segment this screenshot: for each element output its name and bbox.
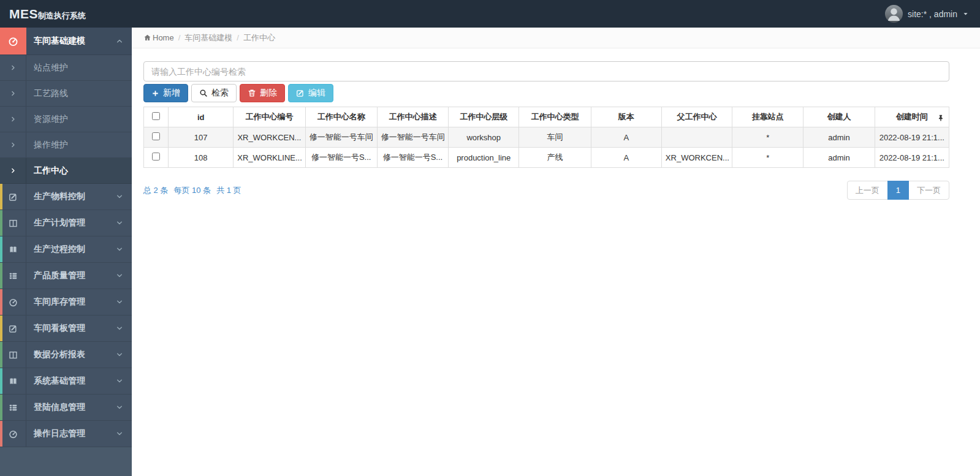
delete-button-label: 删除 (260, 88, 277, 99)
row-checkbox[interactable] (152, 132, 160, 140)
sidebar: 车间基础建模 站点维护 工艺路线 资源维护 操作维护 工作中心 生产物料控制 (0, 28, 132, 476)
columns-icon (0, 210, 26, 236)
column-header-created-label: 创建时间 (896, 112, 928, 121)
book-icon (0, 236, 26, 262)
search-input[interactable] (143, 61, 949, 81)
list-icon (0, 395, 26, 420)
breadcrumb-separator: / (178, 33, 181, 42)
sidebar-group-inventory-management[interactable]: 车间库存管理 (0, 289, 132, 315)
prev-page-button[interactable]: 上一页 (847, 181, 888, 200)
select-all-cell (144, 107, 169, 127)
group-color-strip (0, 368, 2, 394)
cell-version: A (591, 127, 661, 148)
sidebar-group-label: 生产计划管理 (26, 217, 116, 229)
sidebar-group-label: 生产物料控制 (26, 191, 116, 202)
sidebar-group-label: 操作日志管理 (26, 428, 116, 439)
select-all-checkbox[interactable] (152, 112, 160, 120)
sidebar-item-label: 站点维护 (26, 62, 132, 74)
avatar (885, 5, 903, 23)
sidebar-group-operation-log-management[interactable]: 操作日志管理 (0, 421, 132, 447)
group-color-strip (0, 421, 2, 447)
sidebar-filler (0, 447, 132, 476)
group-color-strip (0, 184, 2, 210)
app-root: MES 制造执行系统 site:* , admin 车间基础建模 站点维护 工艺… (0, 0, 980, 476)
table-header-row: id 工作中心编号 工作中心名称 工作中心描述 工作中心层级 工作中心类型 版本… (144, 107, 949, 127)
next-page-button[interactable]: 下一页 (908, 181, 949, 200)
column-header-creator: 创建人 (803, 107, 875, 127)
book-icon (0, 368, 26, 394)
sidebar-group-workshop-modeling[interactable]: 车间基础建模 (0, 28, 132, 55)
group-color-strip (0, 342, 2, 368)
add-button[interactable]: 新增 (143, 84, 188, 102)
sidebar-item-process-route[interactable]: 工艺路线 (0, 81, 132, 107)
sidebar-item-label: 工艺路线 (26, 88, 132, 99)
sidebar-group-kanban-management[interactable]: 车间看板管理 (0, 315, 132, 342)
search-icon (199, 89, 208, 97)
sidebar-group-login-info-management[interactable]: 登陆信息管理 (0, 395, 132, 421)
chevron-right-icon (0, 55, 26, 80)
cell-created: 2022-08-19 21:1... (875, 127, 949, 148)
dashboard-icon (0, 28, 26, 55)
user-label: site:* , admin (908, 9, 957, 19)
cell-level: production_line (449, 148, 519, 168)
edit-button[interactable]: 编辑 (288, 84, 333, 102)
sidebar-item-resource-maintenance[interactable]: 资源维护 (0, 107, 132, 132)
cell-station: * (732, 127, 803, 148)
delete-button[interactable]: 删除 (240, 84, 285, 102)
search-button-label: 检索 (211, 88, 229, 99)
sidebar-item-label: 资源维护 (26, 114, 132, 125)
column-header-name: 工作中心名称 (305, 107, 377, 127)
page-1-button[interactable]: 1 (887, 181, 909, 200)
sidebar-group-process-control[interactable]: 生产过程控制 (0, 236, 132, 263)
work-center-table: id 工作中心编号 工作中心名称 工作中心描述 工作中心层级 工作中心类型 版本… (143, 107, 949, 168)
chevron-down-icon (116, 246, 123, 253)
table-row[interactable]: 108 XR_WORKLINE... 修一智能一号S... 修一智能一号S...… (144, 148, 949, 168)
cell-version: A (591, 148, 661, 168)
row-checkbox[interactable] (152, 153, 160, 161)
breadcrumb-item[interactable]: 车间基础建模 (184, 32, 232, 43)
column-header-id: id (169, 107, 234, 127)
group-color-strip (0, 315, 2, 341)
sidebar-group-data-reports[interactable]: 数据分析报表 (0, 342, 132, 368)
chevron-down-icon (116, 377, 123, 385)
group-color-strip (0, 289, 2, 315)
column-header-desc: 工作中心描述 (377, 107, 448, 127)
cell-created: 2022-08-19 21:1... (875, 148, 949, 168)
cell-parent: XR_WORKCEN... (661, 148, 732, 168)
breadcrumb-item-current: 工作中心 (243, 32, 275, 43)
breadcrumb-home[interactable]: Home (143, 33, 174, 42)
cell-creator: admin (803, 127, 875, 148)
cell-type: 产线 (519, 148, 591, 168)
chevron-down-icon (116, 272, 123, 279)
table-row[interactable]: 107 XR_WORKCEN... 修一智能一号车间 修一智能一号车间 work… (144, 127, 949, 148)
sidebar-group-label: 车间看板管理 (26, 323, 116, 334)
plus-icon (151, 89, 159, 97)
chevron-right-icon (0, 158, 26, 183)
chevron-right-icon (0, 107, 26, 132)
pagination-summary: 总 2 条 每页 10 条 共 1 页 (143, 185, 241, 196)
sidebar-item-operation-maintenance[interactable]: 操作维护 (0, 132, 132, 158)
group-color-strip (0, 236, 2, 262)
cell-name: 修一智能一号S... (305, 148, 377, 168)
sidebar-item-label: 操作维护 (26, 140, 132, 151)
sidebar-group-plan-management[interactable]: 生产计划管理 (0, 210, 132, 236)
cell-level: workshop (449, 127, 519, 148)
sidebar-group-quality-management[interactable]: 产品质量管理 (0, 263, 132, 289)
chevron-down-icon (116, 219, 123, 227)
edit-icon (0, 184, 26, 210)
sidebar-item-work-center[interactable]: 工作中心 (0, 158, 132, 184)
chevron-down-icon (116, 351, 123, 358)
sidebar-item-site-maintenance[interactable]: 站点维护 (0, 55, 132, 81)
column-header-station: 挂靠站点 (732, 107, 803, 127)
pin-icon[interactable] (937, 113, 944, 122)
sidebar-group-label: 数据分析报表 (26, 349, 116, 360)
row-select-cell (144, 148, 169, 168)
group-color-strip (0, 210, 2, 236)
user-menu[interactable]: site:* , admin (885, 5, 980, 23)
sidebar-group-system-management[interactable]: 系统基础管理 (0, 368, 132, 395)
search-button[interactable]: 检索 (191, 84, 237, 102)
edit-icon (0, 315, 26, 341)
sidebar-group-material-control[interactable]: 生产物料控制 (0, 184, 132, 210)
group-color-strip (0, 395, 2, 420)
dashboard-icon (0, 421, 26, 447)
